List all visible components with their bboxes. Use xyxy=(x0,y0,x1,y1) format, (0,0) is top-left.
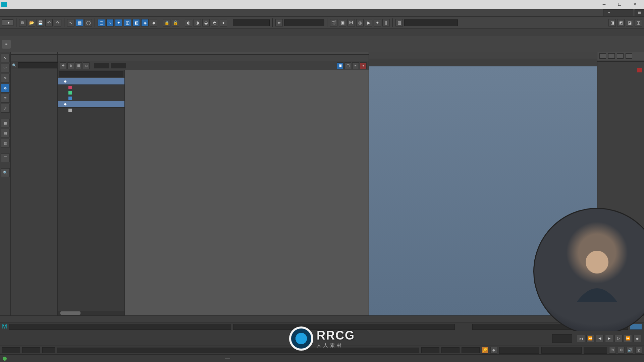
go-to-end-icon[interactable]: ⏭ xyxy=(633,335,641,342)
window-maximize-button[interactable]: ☐ xyxy=(612,0,627,9)
ge-node-2[interactable]: ◆ xyxy=(58,101,124,108)
snap-point-icon[interactable]: ✦ xyxy=(115,19,122,26)
new-scene-icon[interactable]: 🗎 xyxy=(19,19,26,26)
range-start-outer[interactable] xyxy=(2,347,20,353)
panel-layout-icon[interactable]: ▥ xyxy=(395,19,403,26)
cycle-selection-icon[interactable]: ◑ xyxy=(194,19,201,26)
sym-toggle-icon[interactable]: ⇔ xyxy=(275,19,283,26)
window-minimize-button[interactable]: ─ xyxy=(596,0,612,9)
cb-tab-1[interactable] xyxy=(599,53,606,59)
layout-two-icon[interactable]: ▤ xyxy=(1,129,10,137)
select-tool-icon[interactable]: ↖ xyxy=(67,19,74,26)
region-icon[interactable]: ▭ xyxy=(83,62,90,69)
range-end-2[interactable] xyxy=(462,347,480,353)
make-live-icon[interactable]: 🔒 xyxy=(163,19,170,26)
ge-search-input[interactable] xyxy=(59,71,123,77)
toggle-modeling-toolkit-icon[interactable]: ◨ xyxy=(608,19,616,26)
isolate-icon[interactable]: 🔓 xyxy=(172,19,179,26)
move-keys-icon[interactable]: ✥ xyxy=(60,62,66,69)
graph-editor-view[interactable] xyxy=(125,70,369,315)
step-fwd-key-icon[interactable]: ⏩ xyxy=(624,335,632,342)
toggle-tool-settings-icon[interactable]: ◪ xyxy=(626,19,633,26)
construction-history-icon[interactable]: ◐ xyxy=(185,19,192,26)
insert-key-icon[interactable]: ⊕ xyxy=(67,62,74,69)
cycle-2-icon[interactable]: ◒ xyxy=(202,19,210,26)
play-back-icon[interactable]: ▶ xyxy=(605,335,613,342)
rotate-tool[interactable]: ⟳ xyxy=(1,94,10,103)
symmetry-field[interactable] xyxy=(284,19,324,26)
ipr-icon[interactable]: ▣ xyxy=(339,19,346,26)
hypershade-icon[interactable]: ◍ xyxy=(356,19,364,26)
open-scene-icon[interactable]: 📂 xyxy=(28,19,35,26)
redo-icon[interactable]: ↷ xyxy=(54,19,61,26)
lasso-icon[interactable]: ◯ xyxy=(85,19,92,26)
auto-key-icon[interactable]: 🔑 xyxy=(482,347,488,354)
snap-plane-icon[interactable]: ◫ xyxy=(124,19,131,26)
command-field[interactable] xyxy=(404,19,458,26)
snap-live-icon[interactable]: ◈ xyxy=(141,19,149,26)
ge-chan-visibility[interactable] xyxy=(58,108,124,113)
loop-icon[interactable]: ↻ xyxy=(609,347,616,354)
timecode-icon[interactable]: ⧖ xyxy=(635,347,642,354)
layout-three-icon[interactable]: ▥ xyxy=(1,139,10,147)
ge-chan-translate-y[interactable] xyxy=(58,90,124,96)
ge-record-icon[interactable]: ● xyxy=(360,62,367,69)
step-back-key-icon[interactable]: ⏪ xyxy=(586,335,594,342)
range-end-outer[interactable] xyxy=(441,347,460,353)
ge-node-1[interactable]: ◆ xyxy=(58,78,124,85)
cb-tab-2[interactable] xyxy=(608,53,615,59)
pref-anim-icon[interactable]: ⚙ xyxy=(618,347,625,354)
layout-quad-icon[interactable]: ▦ xyxy=(1,119,10,127)
hotkey-field-2[interactable] xyxy=(233,324,455,330)
range-bookmark[interactable] xyxy=(42,347,55,353)
window-close-button[interactable]: ✕ xyxy=(627,0,643,9)
snap-toggle-icon[interactable]: ◆ xyxy=(150,19,157,26)
paint-select-tool[interactable]: ✎ xyxy=(1,74,10,82)
ge-channel-scrollbar[interactable] xyxy=(58,311,124,315)
cb-tab-3[interactable] xyxy=(617,53,624,59)
step-back-icon[interactable]: ◀ xyxy=(596,335,604,342)
key-set-icon[interactable]: ◆ xyxy=(490,347,497,354)
snap-curve-icon[interactable]: ∿ xyxy=(106,19,114,26)
cycle-4-icon[interactable]: ● xyxy=(220,19,227,26)
current-frame-field[interactable] xyxy=(552,334,572,343)
search-tool-icon[interactable]: 🔍 xyxy=(1,168,10,177)
ge-stack-icon[interactable]: ≡ xyxy=(352,62,359,69)
ge-chan-translate-z[interactable] xyxy=(58,96,124,101)
workspace-dropdown[interactable]: ▾ xyxy=(603,9,633,16)
move-tool[interactable]: ✥ xyxy=(1,84,10,93)
ge-stats-frame-input[interactable] xyxy=(94,63,109,68)
outliner-toggle-icon[interactable]: ☰ xyxy=(1,154,10,162)
scale-tool[interactable]: ⤢ xyxy=(1,104,10,113)
cb-tab-4[interactable] xyxy=(626,53,632,59)
lightsettings-icon[interactable]: ✦ xyxy=(374,19,381,26)
fps-dropdown[interactable] xyxy=(584,347,607,354)
hotkey-field-1[interactable] xyxy=(9,324,231,330)
range-slider[interactable] xyxy=(57,348,419,353)
step-fwd-icon[interactable]: ▷ xyxy=(614,335,623,342)
script-lang-badge[interactable] xyxy=(225,358,231,359)
playblast-icon[interactable]: ▶ xyxy=(365,19,372,26)
shelf-menu-icon[interactable]: ≡ xyxy=(2,37,11,52)
character-set-dropdown[interactable] xyxy=(499,347,539,354)
render-icon[interactable]: 🎬 xyxy=(330,19,337,26)
toggle-channel-box-icon[interactable]: ◫ xyxy=(635,19,642,26)
go-to-start-icon[interactable]: ⏮ xyxy=(577,335,585,342)
time-slider[interactable]: ⏮ ⏪ ◀ ▶ ▷ ⏩ ⏭ xyxy=(0,331,644,346)
audio-icon[interactable]: 🔊 xyxy=(627,347,633,354)
undo-icon[interactable]: ↶ xyxy=(45,19,53,26)
select-tool[interactable]: ↖ xyxy=(1,54,10,62)
cb-shape-visibility[interactable] xyxy=(597,67,644,73)
ge-stats-value-input[interactable] xyxy=(111,63,126,68)
snap-view-icon[interactable]: ◧ xyxy=(132,19,140,26)
save-scene-icon[interactable]: 💾 xyxy=(37,19,44,26)
mode-dropdown[interactable]: ▾ xyxy=(2,19,13,26)
anim-layer-dropdown[interactable] xyxy=(541,347,582,354)
toggle-attribute-editor-icon[interactable]: ◩ xyxy=(617,19,625,26)
ge-chan-translate-x[interactable] xyxy=(58,85,124,90)
ge-normalize-icon[interactable]: ◫ xyxy=(344,62,351,69)
workspace-options-button[interactable]: ☰ xyxy=(635,9,644,16)
pause-icon[interactable]: ‖ xyxy=(382,19,390,26)
lasso-tool[interactable]: 〰 xyxy=(1,64,10,72)
range-start-inner[interactable] xyxy=(22,347,40,353)
